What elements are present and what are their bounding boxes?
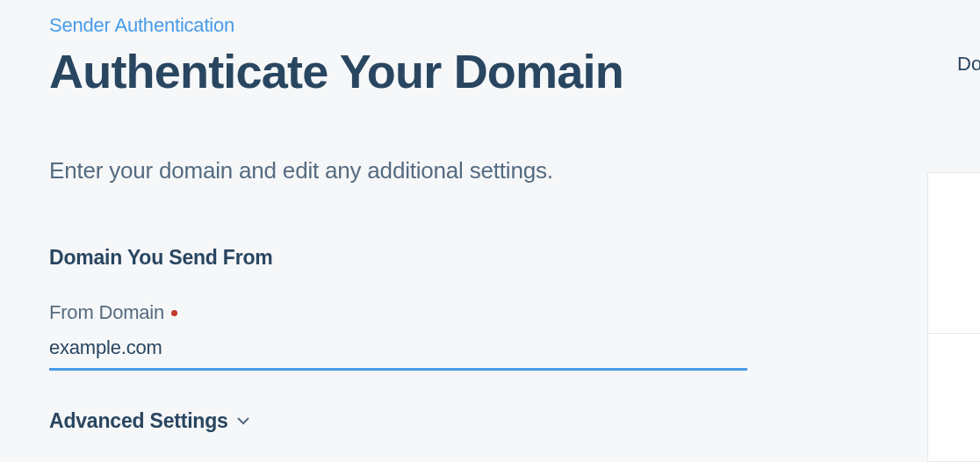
advanced-settings-label: Advanced Settings xyxy=(49,409,228,433)
chevron-down-icon xyxy=(237,415,249,428)
advanced-settings-toggle[interactable]: Advanced Settings xyxy=(49,409,759,433)
required-indicator-icon xyxy=(171,310,177,316)
from-domain-label: From Domain xyxy=(49,301,164,324)
breadcrumb-link[interactable]: Sender Authentication xyxy=(49,14,234,37)
from-domain-label-row: From Domain xyxy=(49,301,759,324)
instructions-text: Enter your domain and edit any additiona… xyxy=(49,157,759,184)
page-title: Authenticate Your Domain xyxy=(49,46,759,97)
side-box-divider xyxy=(928,333,980,334)
side-partial-text: Do xyxy=(957,53,980,76)
side-panel: Do xyxy=(926,0,980,462)
side-box xyxy=(927,172,980,462)
section-title: Domain You Send From xyxy=(49,246,759,270)
from-domain-input[interactable] xyxy=(49,333,747,371)
main-content: Sender Authentication Authenticate Your … xyxy=(0,0,808,433)
